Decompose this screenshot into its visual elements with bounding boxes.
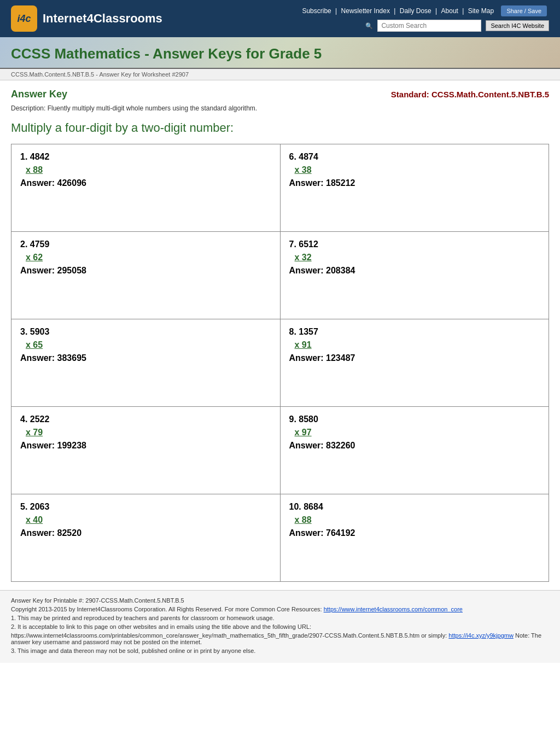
description: Description: Fluently multiply multi-dig… [11,104,549,112]
page-title: CCSS Mathematics - Answer Keys for Grade… [11,45,549,62]
problem-number: 4. 2522 [20,415,271,424]
problem-cell: 4. 2522x 79Answer: 199238 [11,407,281,494]
header-right: Subscribe | Newsletter Index | Daily Dos… [302,5,549,32]
problems-body: 1. 4842x 88Answer: 4260966. 4874x 38Answ… [11,144,549,582]
problem-answer: Answer: 832260 [289,441,540,451]
problem-multiplier: x 88 [26,165,271,175]
problem-multiplier: x 40 [26,515,271,525]
nav-daily-dose[interactable]: Daily Dose [400,7,431,15]
page-footer: Answer Key for Printable #: 2907-CCSS.Ma… [0,590,560,663]
search-input[interactable] [377,20,481,32]
problem-answer: Answer: 208384 [289,266,540,276]
footer-common-core-link[interactable]: https://www.internet4classrooms.com/comm… [324,606,463,612]
problem-number: 10. 8684 [289,502,540,512]
problem-answer: Answer: 82520 [20,528,271,538]
problem-multiplier: x 88 [295,515,540,525]
nav-subscribe[interactable]: Subscribe [302,7,331,15]
problem-answer: Answer: 383695 [20,353,271,363]
footer-url: https://www.internet4classrooms.com/prin… [11,632,549,645]
problem-cell: 9. 8580x 97Answer: 832260 [280,407,549,494]
problem-answer: Answer: 426096 [20,178,271,188]
footer-short-url[interactable]: https://i4c.xyz/y9kjpgmw [448,632,514,639]
problem-number: 6. 4874 [289,152,540,162]
nav-newsletter[interactable]: Newsletter Index [341,7,390,15]
problem-number: 9. 8580 [289,415,540,424]
problem-cell: 5. 2063x 40Answer: 82520 [11,494,281,582]
problem-answer: Answer: 123487 [289,353,540,363]
footer-copyright: Copyright 2013-2015 by Internet4Classroo… [11,606,549,612]
nav-links: Subscribe | Newsletter Index | Daily Dos… [302,5,549,16]
problem-multiplier: x 65 [26,340,271,350]
logo-area: i4c Internet4Classrooms [11,5,162,32]
standard-label: Standard: CCSS.Math.Content.5.NBT.B.5 [391,90,549,99]
problem-cell: 1. 4842x 88Answer: 426096 [11,144,281,232]
problem-multiplier: x 38 [295,165,540,175]
main-content: Answer Key Standard: CCSS.Math.Content.5… [0,80,560,590]
problem-answer: Answer: 199238 [20,441,271,451]
logo-box: i4c [11,5,37,32]
problem-answer: Answer: 764192 [289,528,540,538]
answer-key-title: Answer Key [11,89,67,100]
problem-answer: Answer: 295058 [20,266,271,276]
search-button[interactable]: Search I4C Website [486,20,549,31]
search-area: 🔍 Search I4C Website [365,20,549,32]
section-title: Multiply a four-digit by a two-digit num… [11,121,549,135]
share-button[interactable]: Share / Save [501,5,547,16]
problem-number: 5. 2063 [20,502,271,512]
problem-number: 8. 1357 [289,327,540,337]
nav-about[interactable]: About [441,7,458,15]
site-name: Internet4Classrooms [43,11,162,26]
problem-cell: 7. 6512x 32Answer: 208384 [280,232,549,319]
problem-cell: 8. 1357x 91Answer: 123487 [280,319,549,407]
problem-answer: Answer: 185212 [289,178,540,188]
answer-key-header: Answer Key Standard: CCSS.Math.Content.5… [11,89,549,100]
google-logo: 🔍 [365,22,373,30]
logo-icon: i4c [17,13,31,25]
problem-multiplier: x 79 [26,428,271,437]
problem-number: 2. 4759 [20,240,271,249]
problem-cell: 3. 5903x 65Answer: 383695 [11,319,281,407]
problems-table: 1. 4842x 88Answer: 4260966. 4874x 38Answ… [11,144,549,582]
nav-sitemap[interactable]: Site Map [468,7,494,15]
footer-note1: 1. This may be printed and reproduced by… [11,615,549,621]
page-banner: CCSS Mathematics - Answer Keys for Grade… [0,37,560,69]
footer-note3: 3. This image and data thereon may not b… [11,647,549,654]
problem-number: 7. 6512 [289,240,540,249]
footer-printable: Answer Key for Printable #: 2907-CCSS.Ma… [11,597,549,604]
footer-note2: 2. It is acceptable to link to this page… [11,623,549,630]
problem-cell: 6. 4874x 38Answer: 185212 [280,144,549,232]
problem-number: 1. 4842 [20,152,271,162]
problem-cell: 10. 8684x 88Answer: 764192 [280,494,549,582]
problem-number: 3. 5903 [20,327,271,337]
problem-cell: 2. 4759x 62Answer: 295058 [11,232,281,319]
problem-multiplier: x 62 [26,253,271,262]
problem-multiplier: x 91 [295,340,540,350]
problem-multiplier: x 32 [295,253,540,262]
problem-multiplier: x 97 [295,428,540,437]
breadcrumb: CCSS.Math.Content.5.NBT.B.5 - Answer Key… [0,69,560,80]
site-header: i4c Internet4Classrooms Subscribe | News… [0,0,560,37]
